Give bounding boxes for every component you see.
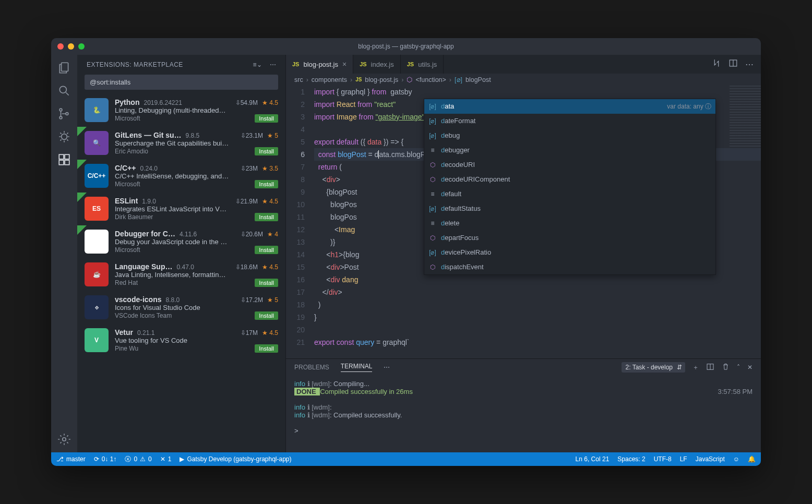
editor[interactable]: 123456789101112131415161718192021 import… bbox=[286, 86, 761, 358]
suggest-item[interactable]: ⬡dispatchEvent bbox=[424, 260, 715, 274]
suggest-item[interactable]: ≡delete bbox=[424, 216, 715, 231]
close-tab-icon[interactable]: × bbox=[342, 60, 347, 68]
kill-terminal-icon[interactable] bbox=[722, 363, 730, 372]
bookmark-icon bbox=[77, 193, 87, 202]
compare-icon[interactable] bbox=[712, 58, 721, 70]
install-button[interactable]: Install bbox=[255, 279, 278, 287]
suggest-item[interactable]: ⬡decodeURI bbox=[424, 158, 715, 172]
build-indicator[interactable]: ✕1 bbox=[160, 455, 172, 463]
extension-item[interactable]: ◉ Debugger for C…4.11.6 ⇩20.6M★ 4 Debug … bbox=[77, 225, 285, 258]
filter-icon[interactable]: ≡⌄ bbox=[253, 61, 262, 68]
svg-point-1 bbox=[59, 86, 66, 93]
traffic-lights bbox=[57, 43, 85, 50]
indentation[interactable]: Spaces: 2 bbox=[617, 455, 645, 463]
install-button[interactable]: Install bbox=[255, 147, 278, 155]
split-editor-icon[interactable] bbox=[729, 58, 738, 70]
install-button[interactable]: Install bbox=[255, 114, 278, 123]
terminal-tab[interactable]: TERMINAL bbox=[341, 363, 373, 372]
suggest-item[interactable]: [⌀]debug bbox=[424, 128, 715, 143]
extension-item[interactable]: 🐍 Python2019.6.24221 ⇩54.9M★ 4.5 Linting… bbox=[77, 94, 285, 127]
editor-tab[interactable]: JSblog-post.js× bbox=[286, 55, 353, 74]
suggest-item[interactable]: ≡debugger bbox=[424, 143, 715, 158]
encoding[interactable]: UTF-8 bbox=[654, 455, 672, 463]
files-icon[interactable] bbox=[57, 61, 71, 75]
maximize-panel-icon[interactable]: ˄ bbox=[737, 364, 740, 371]
extension-icon: 🔍 bbox=[85, 131, 109, 155]
titlebar: blog-post.js — gatsby-graphql-app bbox=[51, 38, 761, 55]
more-icon[interactable]: ⋯ bbox=[270, 61, 277, 68]
extension-icon: V bbox=[85, 328, 109, 352]
suggest-item[interactable]: ≡default bbox=[424, 187, 715, 201]
extension-item[interactable]: ☕ Language Sup…0.47.0 ⇩18.6M★ 4.5 Java L… bbox=[77, 258, 285, 291]
branch-indicator[interactable]: ⎇master bbox=[56, 455, 86, 463]
feedback-icon[interactable]: ☺ bbox=[733, 455, 739, 463]
terminal-output[interactable]: info ℹ [wdm]: Compiling... DONE Compiled… bbox=[286, 376, 761, 452]
install-button[interactable]: Install bbox=[255, 311, 278, 320]
debug-icon[interactable] bbox=[57, 130, 71, 143]
install-button[interactable]: Install bbox=[255, 246, 278, 254]
editor-tab[interactable]: JSutils.js bbox=[401, 55, 444, 74]
svg-rect-6 bbox=[59, 154, 64, 159]
maximize-window[interactable] bbox=[78, 43, 85, 50]
extension-icon: C/C++ bbox=[85, 164, 109, 188]
errors-indicator[interactable]: ⓧ0 ⚠0 bbox=[125, 455, 151, 464]
extension-icon: ⟐ bbox=[85, 295, 109, 319]
suggest-item[interactable]: [⌀]devicePixelRatio bbox=[424, 245, 715, 260]
bookmark-icon bbox=[77, 160, 87, 169]
sync-indicator[interactable]: ⟳0↓ 1↑ bbox=[94, 455, 117, 463]
extension-search[interactable]: @sort:installs bbox=[85, 75, 278, 90]
extension-icon: ☕ bbox=[85, 262, 109, 286]
new-terminal-icon[interactable]: ＋ bbox=[692, 363, 699, 372]
panel: PROBLEMS TERMINAL ⋯ 2: Task - develop ＋ … bbox=[286, 358, 761, 452]
source-control-icon[interactable] bbox=[57, 107, 71, 121]
svg-rect-7 bbox=[59, 160, 64, 165]
panel-more-icon[interactable]: ⋯ bbox=[384, 364, 390, 371]
svg-point-4 bbox=[66, 113, 68, 115]
settings-gear-icon[interactable] bbox=[57, 433, 71, 446]
window-title: blog-post.js — gatsby-graphql-app bbox=[358, 43, 453, 50]
split-terminal-icon[interactable] bbox=[706, 363, 714, 373]
svg-rect-0 bbox=[62, 63, 68, 71]
minimap[interactable] bbox=[730, 86, 761, 148]
suggest-item[interactable]: [⌀]data var data: any ⓘ bbox=[424, 99, 715, 114]
task-indicator[interactable]: ▶Gatsby Develop (gatsby-graphql-app) bbox=[180, 455, 291, 463]
svg-point-3 bbox=[59, 116, 62, 119]
suggest-item[interactable]: [⌀]defaultStatus bbox=[424, 201, 715, 216]
bookmark-icon bbox=[77, 127, 87, 136]
sidebar: EXTENSIONS: MARKETPLACE ≡⌄ ⋯ @sort:insta… bbox=[77, 55, 286, 452]
extension-item[interactable]: ⟐ vscode-icons8.8.0 ⇩17.2M★ 5 Icons for … bbox=[77, 291, 285, 324]
extension-icon: ES bbox=[85, 197, 109, 221]
suggest-item[interactable]: [⌀]dateFormat bbox=[424, 114, 715, 128]
suggest-item[interactable]: ⬡decodeURIComponent bbox=[424, 172, 715, 187]
svg-rect-9 bbox=[65, 154, 69, 159]
extensions-icon[interactable] bbox=[57, 153, 71, 166]
install-button[interactable]: Install bbox=[255, 180, 278, 188]
minimize-window[interactable] bbox=[68, 43, 74, 50]
language-mode[interactable]: JavaScript bbox=[696, 455, 725, 463]
extension-item[interactable]: C/C++ C/C++0.24.0 ⇩23M★ 3.5 C/C++ Intell… bbox=[77, 160, 285, 193]
svg-point-10 bbox=[63, 438, 66, 441]
install-button[interactable]: Install bbox=[255, 344, 278, 353]
eol[interactable]: LF bbox=[680, 455, 687, 463]
terminal-select[interactable]: 2: Task - develop bbox=[622, 362, 686, 373]
cursor-position[interactable]: Ln 6, Col 21 bbox=[576, 455, 610, 463]
problems-tab[interactable]: PROBLEMS bbox=[294, 364, 329, 371]
extension-list: 🐍 Python2019.6.24221 ⇩54.9M★ 4.5 Linting… bbox=[77, 94, 285, 452]
editor-tab[interactable]: JSindex.js bbox=[353, 55, 401, 74]
breadcrumbs[interactable]: src› components› JSblog-post.js› ⬡<funct… bbox=[286, 74, 761, 86]
suggest-item[interactable]: ⬡departFocus bbox=[424, 231, 715, 245]
close-window[interactable] bbox=[57, 43, 64, 50]
sidebar-header: EXTENSIONS: MARKETPLACE ≡⌄ ⋯ bbox=[77, 55, 285, 73]
close-panel-icon[interactable]: ✕ bbox=[747, 364, 753, 371]
bell-icon[interactable]: 🔔 bbox=[748, 455, 756, 463]
extension-item[interactable]: 🔍 GitLens — Git su…9.8.5 ⇩23.1M★ 5 Super… bbox=[77, 127, 285, 160]
activity-bar bbox=[51, 55, 77, 452]
intellisense-popup[interactable]: [⌀]data var data: any ⓘ [⌀]dateFormat [⌀… bbox=[424, 99, 716, 275]
tab-bar: JSblog-post.js× JSindex.js JSutils.js ⋯ bbox=[286, 55, 761, 74]
install-button[interactable]: Install bbox=[255, 213, 278, 221]
extension-item[interactable]: V Vetur0.21.1 ⇩17M★ 4.5 Vue tooling for … bbox=[77, 324, 285, 357]
more-actions-icon[interactable]: ⋯ bbox=[745, 59, 754, 69]
svg-point-5 bbox=[62, 134, 67, 140]
extension-item[interactable]: ES ESLint1.9.0 ⇩21.9M★ 4.5 Integrates ES… bbox=[77, 193, 285, 225]
search-icon[interactable] bbox=[57, 84, 71, 98]
